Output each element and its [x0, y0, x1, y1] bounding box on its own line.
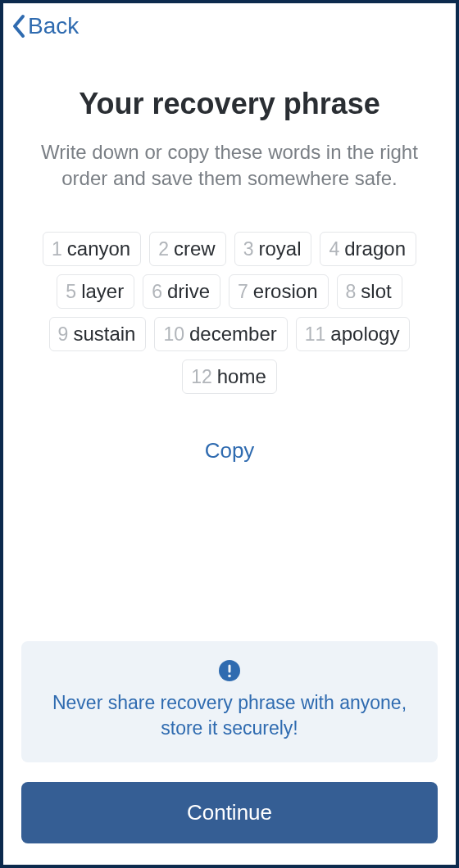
phrase-index: 6 — [152, 281, 162, 303]
chevron-left-icon — [11, 14, 26, 38]
svg-point-2 — [228, 675, 231, 678]
phrase-index: 4 — [329, 238, 339, 260]
nav-bar: Back — [3, 3, 456, 46]
phrase-word: canyon — [67, 237, 130, 260]
phrase-word-chip: 7erosion — [229, 274, 329, 309]
page-subtitle: Write down or copy these words in the ri… — [28, 139, 431, 192]
phrase-word-chip: 3royal — [234, 232, 312, 266]
phrase-word: apology — [330, 323, 399, 346]
phrase-word: dragon — [344, 237, 406, 260]
phrase-word: sustain — [73, 323, 135, 346]
phrase-index: 10 — [163, 323, 184, 346]
phrase-word: layer — [81, 280, 124, 303]
phrase-word: december — [189, 323, 277, 346]
page-title: Your recovery phrase — [79, 87, 380, 121]
phrase-word: drive — [167, 280, 210, 303]
phrase-index: 2 — [158, 238, 169, 260]
phrase-word-chip: 9sustain — [49, 317, 147, 351]
phrase-word: home — [217, 365, 266, 388]
phrase-word-chip: 1canyon — [43, 232, 141, 266]
warning-banner: Never share recovery phrase with anyone,… — [21, 641, 438, 762]
phrase-word-chip: 4dragon — [320, 232, 416, 266]
phrase-word-chip: 2crew — [149, 232, 225, 266]
warning-text: Never share recovery phrase with anyone,… — [41, 690, 418, 741]
phrase-word-chip: 10december — [154, 317, 287, 351]
phrase-index: 5 — [66, 281, 76, 303]
back-label: Back — [28, 13, 79, 39]
phrase-index: 1 — [52, 238, 62, 260]
phrase-word: erosion — [253, 280, 318, 303]
continue-button[interactable]: Continue — [21, 782, 438, 843]
phrase-index: 12 — [191, 366, 212, 388]
phrase-word: slot — [361, 280, 391, 303]
phrase-index: 11 — [305, 323, 326, 346]
phrase-word-chip: 5layer — [57, 274, 134, 309]
phrase-word: royal — [258, 237, 301, 260]
phrase-word-chip: 12home — [182, 359, 277, 394]
recovery-phrase-grid: 1canyon 2crew 3royal 4dragon 5layer 6dri… — [28, 232, 431, 394]
phrase-word-chip: 8slot — [337, 274, 402, 309]
spacer — [3, 463, 456, 641]
phrase-word-chip: 6drive — [143, 274, 220, 309]
main-content: Your recovery phrase Write down or copy … — [3, 46, 456, 463]
phrase-index: 8 — [346, 281, 357, 303]
phrase-word: crew — [174, 237, 216, 260]
svg-rect-1 — [229, 664, 231, 672]
copy-button[interactable]: Copy — [205, 438, 255, 463]
phrase-index: 9 — [58, 323, 69, 346]
phrase-index: 3 — [243, 238, 254, 260]
alert-icon — [218, 659, 241, 682]
back-button[interactable]: Back — [11, 13, 79, 39]
phrase-word-chip: 11apology — [296, 317, 411, 351]
phrase-index: 7 — [238, 281, 248, 303]
